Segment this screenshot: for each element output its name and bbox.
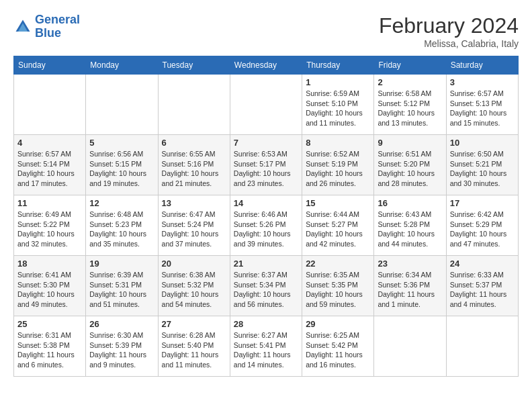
calendar-cell: 23Sunrise: 6:34 AMSunset: 5:36 PMDayligh…: [374, 256, 446, 316]
day-number: 11: [17, 198, 82, 208]
calendar-cell: 10Sunrise: 6:50 AMSunset: 5:21 PMDayligh…: [446, 135, 518, 195]
day-info: Sunrise: 6:38 AMSunset: 5:32 PMDaylight:…: [162, 270, 226, 310]
day-number: 7: [234, 138, 298, 148]
weekday-header-friday: Friday: [374, 56, 446, 75]
day-info: Sunrise: 6:46 AMSunset: 5:26 PMDaylight:…: [234, 210, 298, 249]
week-row-1: 1Sunrise: 6:59 AMSunset: 5:10 PMDaylight…: [14, 75, 519, 135]
calendar-cell: 11Sunrise: 6:49 AMSunset: 5:22 PMDayligh…: [14, 195, 86, 256]
day-number: 5: [89, 138, 154, 148]
day-info: Sunrise: 6:41 AMSunset: 5:30 PMDaylight:…: [17, 270, 82, 310]
day-info: Sunrise: 6:34 AMSunset: 5:36 PMDaylight:…: [378, 270, 442, 310]
calendar-cell: 14Sunrise: 6:46 AMSunset: 5:26 PMDayligh…: [230, 195, 302, 256]
day-info: Sunrise: 6:30 AMSunset: 5:39 PMDaylight:…: [89, 330, 154, 370]
day-info: Sunrise: 6:27 AMSunset: 5:41 PMDaylight:…: [234, 330, 298, 370]
logo-line1: General: [35, 13, 80, 26]
calendar-cell: 16Sunrise: 6:43 AMSunset: 5:28 PMDayligh…: [374, 195, 446, 256]
calendar-cell: 25Sunrise: 6:31 AMSunset: 5:38 PMDayligh…: [14, 316, 86, 377]
calendar-cell: 27Sunrise: 6:28 AMSunset: 5:40 PMDayligh…: [158, 316, 230, 377]
day-number: 24: [450, 259, 515, 269]
calendar-cell: 13Sunrise: 6:47 AMSunset: 5:24 PMDayligh…: [158, 195, 230, 256]
weekday-header-monday: Monday: [86, 56, 158, 75]
logo: General Blue: [13, 13, 80, 40]
day-info: Sunrise: 6:53 AMSunset: 5:17 PMDaylight:…: [234, 149, 298, 189]
day-info: Sunrise: 6:47 AMSunset: 5:24 PMDaylight:…: [162, 210, 226, 249]
day-number: 28: [234, 319, 298, 329]
calendar-cell: 28Sunrise: 6:27 AMSunset: 5:41 PMDayligh…: [230, 316, 302, 377]
week-row-3: 11Sunrise: 6:49 AMSunset: 5:22 PMDayligh…: [14, 195, 519, 256]
day-number: 20: [162, 259, 226, 269]
calendar-cell: [14, 75, 86, 135]
day-number: 25: [17, 319, 82, 329]
day-info: Sunrise: 6:52 AMSunset: 5:19 PMDaylight:…: [306, 149, 370, 189]
day-number: 16: [378, 198, 442, 208]
day-info: Sunrise: 6:35 AMSunset: 5:35 PMDaylight:…: [306, 270, 370, 310]
day-info: Sunrise: 6:49 AMSunset: 5:22 PMDaylight:…: [17, 210, 82, 249]
day-info: Sunrise: 6:57 AMSunset: 5:13 PMDaylight:…: [450, 89, 515, 128]
calendar-cell: [446, 316, 518, 377]
day-number: 26: [89, 319, 154, 329]
calendar-cell: 6Sunrise: 6:55 AMSunset: 5:16 PMDaylight…: [158, 135, 230, 195]
calendar-body: 1Sunrise: 6:59 AMSunset: 5:10 PMDaylight…: [14, 75, 519, 377]
day-number: 29: [306, 319, 370, 329]
calendar-cell: 2Sunrise: 6:58 AMSunset: 5:12 PMDaylight…: [374, 75, 446, 135]
logo-text: General Blue: [35, 13, 80, 40]
day-info: Sunrise: 6:50 AMSunset: 5:21 PMDaylight:…: [450, 149, 515, 189]
day-number: 14: [234, 198, 298, 208]
day-info: Sunrise: 6:43 AMSunset: 5:28 PMDaylight:…: [378, 210, 442, 249]
day-number: 1: [306, 77, 370, 87]
day-number: 27: [162, 319, 226, 329]
day-number: 15: [306, 198, 370, 208]
day-number: 19: [89, 259, 154, 269]
day-info: Sunrise: 6:42 AMSunset: 5:29 PMDaylight:…: [450, 210, 515, 249]
month-title: February 2024: [379, 13, 519, 38]
week-row-5: 25Sunrise: 6:31 AMSunset: 5:38 PMDayligh…: [14, 316, 519, 377]
calendar-cell: 18Sunrise: 6:41 AMSunset: 5:30 PMDayligh…: [14, 256, 86, 316]
weekday-header-thursday: Thursday: [302, 56, 374, 75]
day-number: 13: [162, 198, 226, 208]
day-number: 3: [450, 77, 515, 87]
day-info: Sunrise: 6:57 AMSunset: 5:14 PMDaylight:…: [17, 149, 82, 189]
calendar-cell: 26Sunrise: 6:30 AMSunset: 5:39 PMDayligh…: [86, 316, 158, 377]
calendar-cell: 24Sunrise: 6:33 AMSunset: 5:37 PMDayligh…: [446, 256, 518, 316]
calendar-cell: 5Sunrise: 6:56 AMSunset: 5:15 PMDaylight…: [86, 135, 158, 195]
calendar-cell: 1Sunrise: 6:59 AMSunset: 5:10 PMDaylight…: [302, 75, 374, 135]
calendar-cell: [86, 75, 158, 135]
day-number: 21: [234, 259, 298, 269]
calendar-cell: 20Sunrise: 6:38 AMSunset: 5:32 PMDayligh…: [158, 256, 230, 316]
day-number: 22: [306, 259, 370, 269]
day-number: 2: [378, 77, 442, 87]
day-info: Sunrise: 6:56 AMSunset: 5:15 PMDaylight:…: [89, 149, 154, 189]
calendar-cell: [374, 316, 446, 377]
day-number: 23: [378, 259, 442, 269]
weekday-header-tuesday: Tuesday: [158, 56, 230, 75]
day-info: Sunrise: 6:39 AMSunset: 5:31 PMDaylight:…: [89, 270, 154, 310]
day-number: 4: [17, 138, 82, 148]
calendar-cell: [158, 75, 230, 135]
day-info: Sunrise: 6:59 AMSunset: 5:10 PMDaylight:…: [306, 89, 370, 128]
calendar-cell: 22Sunrise: 6:35 AMSunset: 5:35 PMDayligh…: [302, 256, 374, 316]
weekday-header-saturday: Saturday: [446, 56, 518, 75]
day-number: 17: [450, 198, 515, 208]
logo-line2: Blue: [35, 26, 61, 40]
day-number: 9: [378, 138, 442, 148]
weekday-row: SundayMondayTuesdayWednesdayThursdayFrid…: [14, 56, 519, 75]
location-subtitle: Melissa, Calabria, Italy: [379, 38, 519, 49]
day-info: Sunrise: 6:55 AMSunset: 5:16 PMDaylight:…: [162, 149, 226, 189]
calendar-cell: 17Sunrise: 6:42 AMSunset: 5:29 PMDayligh…: [446, 195, 518, 256]
day-info: Sunrise: 6:51 AMSunset: 5:20 PMDaylight:…: [378, 149, 442, 189]
day-info: Sunrise: 6:25 AMSunset: 5:42 PMDaylight:…: [306, 330, 370, 370]
calendar-table: SundayMondayTuesdayWednesdayThursdayFrid…: [13, 56, 519, 377]
calendar-cell: 21Sunrise: 6:37 AMSunset: 5:34 PMDayligh…: [230, 256, 302, 316]
day-info: Sunrise: 6:44 AMSunset: 5:27 PMDaylight:…: [306, 210, 370, 249]
day-info: Sunrise: 6:31 AMSunset: 5:38 PMDaylight:…: [17, 330, 82, 370]
calendar-header: SundayMondayTuesdayWednesdayThursdayFrid…: [14, 56, 519, 75]
day-info: Sunrise: 6:28 AMSunset: 5:40 PMDaylight:…: [162, 330, 226, 370]
week-row-4: 18Sunrise: 6:41 AMSunset: 5:30 PMDayligh…: [14, 256, 519, 316]
weekday-header-sunday: Sunday: [14, 56, 86, 75]
day-number: 10: [450, 138, 515, 148]
logo-icon: [13, 17, 32, 36]
calendar-cell: 12Sunrise: 6:48 AMSunset: 5:23 PMDayligh…: [86, 195, 158, 256]
calendar-cell: 19Sunrise: 6:39 AMSunset: 5:31 PMDayligh…: [86, 256, 158, 316]
calendar-cell: 3Sunrise: 6:57 AMSunset: 5:13 PMDaylight…: [446, 75, 518, 135]
day-info: Sunrise: 6:58 AMSunset: 5:12 PMDaylight:…: [378, 89, 442, 128]
